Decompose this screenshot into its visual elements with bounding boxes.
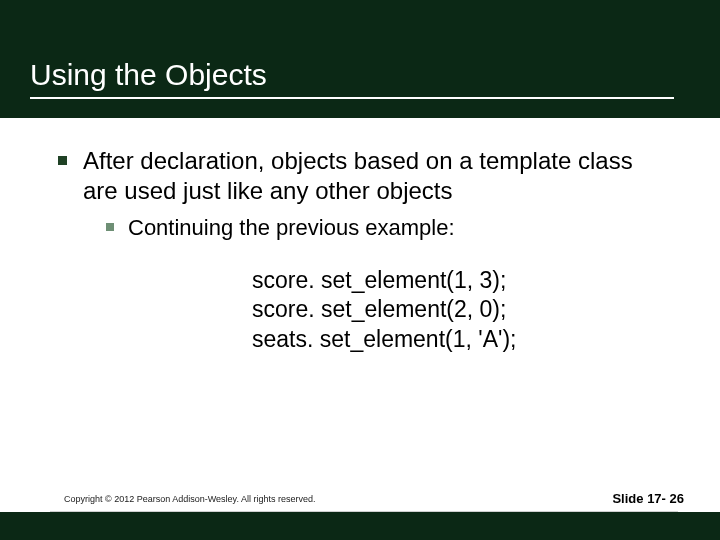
code-block: score. set_element(1, 3); score. set_ele… (252, 266, 516, 354)
code-line: score. set_element(1, 3); (252, 266, 516, 295)
bullet-level1-text: After declaration, objects based on a te… (83, 146, 658, 206)
slide: Using the Objects After declaration, obj… (0, 0, 720, 540)
copyright-text: Copyright © 2012 Pearson Addison-Wesley.… (64, 494, 315, 504)
body-area: After declaration, objects based on a te… (58, 146, 658, 242)
slide-number: Slide 17- 26 (612, 491, 684, 506)
footer-band (0, 512, 720, 540)
title-area: Using the Objects (30, 58, 670, 99)
code-line: seats. set_element(1, 'A'); (252, 325, 516, 354)
bullet-level2-text: Continuing the previous example: (128, 214, 455, 242)
title-underline (30, 97, 674, 99)
slide-title: Using the Objects (30, 58, 670, 91)
bullet-level1: After declaration, objects based on a te… (58, 146, 658, 206)
square-bullet-icon (106, 223, 114, 231)
bullet-level2: Continuing the previous example: (106, 214, 658, 242)
code-line: score. set_element(2, 0); (252, 295, 516, 324)
square-bullet-icon (58, 156, 67, 165)
